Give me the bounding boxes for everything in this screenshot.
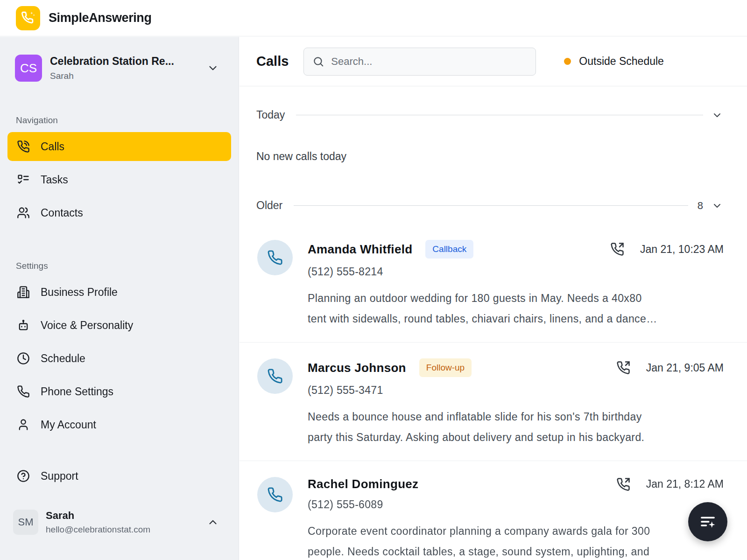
help-icon [17,469,30,483]
call-badge: Follow-up [419,358,472,377]
call-avatar-phone-icon [257,477,293,512]
call-summary: Needs a bounce house and inflatable slid… [308,406,658,448]
section-label: Older [256,199,282,212]
call-time: Jan 21, 10:23 AM [640,243,724,256]
divider [296,115,703,115]
call-time: Jan 21, 9:05 AM [646,362,724,374]
topbar: SimpleAnswering [0,0,747,36]
call-row[interactable]: Rachel Dominguez Jan 21, 8:12 AM (512) 5… [240,461,747,560]
caller-name: Rachel Dominguez [308,477,418,491]
call-summary: Corporate event coordinator planning a c… [308,521,658,560]
app-name: SimpleAnswering [49,11,152,25]
user-menu[interactable]: SM Sarah hello@celebrationstat.com [7,510,231,535]
status-label: Outside Schedule [579,55,664,68]
call-summary: Planning an outdoor wedding for 180 gues… [308,288,658,329]
call-row[interactable]: Marcus Johnson Follow-up Jan 21, 9:05 AM… [240,342,747,461]
robot-icon [17,319,30,332]
user-email: hello@celebrationstat.com [46,525,207,535]
status-dot-icon [564,58,571,65]
sidebar-item-calls[interactable]: Calls [7,132,231,161]
sidebar-item-business-profile[interactable]: Business Profile [7,278,231,307]
sidebar-item-tasks[interactable]: Tasks [7,165,231,194]
phone-icon [17,385,30,398]
main-header: Calls Outside Schedule [240,37,747,86]
caller-phone: (512) 555-3471 [308,384,724,397]
search-input[interactable] [331,56,527,68]
sidebar-item-phone-settings[interactable]: Phone Settings [7,377,231,406]
sidebar: CS Celebration Station Re... Sarah Navig… [0,37,239,560]
chevron-up-icon [207,516,219,528]
chevron-down-icon[interactable] [712,200,723,211]
search-box[interactable] [303,48,536,76]
phone-outgoing-icon [616,477,630,491]
call-avatar-phone-icon [257,240,293,275]
account-name: Celebration Station Re... [50,55,207,68]
contacts-icon [17,206,30,219]
section-older: Older 8 [240,199,747,212]
user-name: Sarah [46,510,207,522]
settings-section-label: Settings [16,261,231,271]
sidebar-item-contacts[interactable]: Contacts [7,198,231,227]
sidebar-item-label: My Account [41,419,96,431]
phone-call-icon [17,140,30,153]
sidebar-item-label: Tasks [41,174,68,186]
divider [294,205,688,206]
sidebar-item-support[interactable]: Support [7,462,231,490]
empty-today-message: No new calls today [240,150,747,163]
nav-section-label: Navigation [16,115,231,126]
sidebar-item-label: Schedule [41,352,85,365]
sidebar-item-my-account[interactable]: My Account [7,410,231,439]
section-count: 8 [698,200,703,212]
account-avatar: CS [15,55,42,82]
sidebar-item-label: Business Profile [41,286,118,299]
chevron-down-icon [207,62,219,74]
section-today: Today [240,109,747,121]
call-row[interactable]: Amanda Whitfield Callback Jan 21, 10:23 … [240,223,747,342]
account-switcher[interactable]: CS Celebration Station Re... Sarah [7,55,231,82]
user-avatar: SM [13,510,38,535]
clock-icon [17,352,30,365]
sidebar-item-voice-personality[interactable]: Voice & Personality [7,311,231,340]
schedule-status: Outside Schedule [564,55,664,68]
search-icon [312,56,324,68]
call-time: Jan 21, 8:12 AM [646,478,724,490]
business-profile-icon [17,286,30,299]
caller-name: Amanda Whitfield [308,242,412,257]
chevron-down-icon[interactable] [712,110,723,121]
phone-outgoing-icon [616,361,630,375]
sidebar-item-label: Support [41,470,78,483]
section-label: Today [256,109,285,121]
call-badge: Callback [425,240,473,259]
user-icon [17,418,30,431]
sidebar-item-label: Phone Settings [41,385,113,398]
sidebar-item-label: Contacts [41,207,83,219]
sidebar-item-label: Calls [41,140,64,153]
app-logo [16,6,40,30]
phone-sparkle-icon [20,10,36,26]
account-subtitle: Sarah [50,71,207,81]
phone-outgoing-icon [610,242,624,256]
fab-summary-button[interactable] [688,502,727,541]
caller-phone: (512) 555-8214 [308,266,724,278]
caller-phone: (512) 555-6089 [308,498,724,511]
page-title: Calls [256,54,289,69]
call-list: Amanda Whitfield Callback Jan 21, 10:23 … [240,223,747,560]
call-avatar-phone-icon [257,358,293,394]
caller-name: Marcus Johnson [308,361,406,375]
sidebar-item-label: Voice & Personality [41,319,133,332]
list-sparkle-icon [698,512,718,532]
tasks-icon [17,173,30,186]
main-panel: Calls Outside Schedule Today No new call… [240,37,747,560]
sidebar-item-schedule[interactable]: Schedule [7,344,231,373]
